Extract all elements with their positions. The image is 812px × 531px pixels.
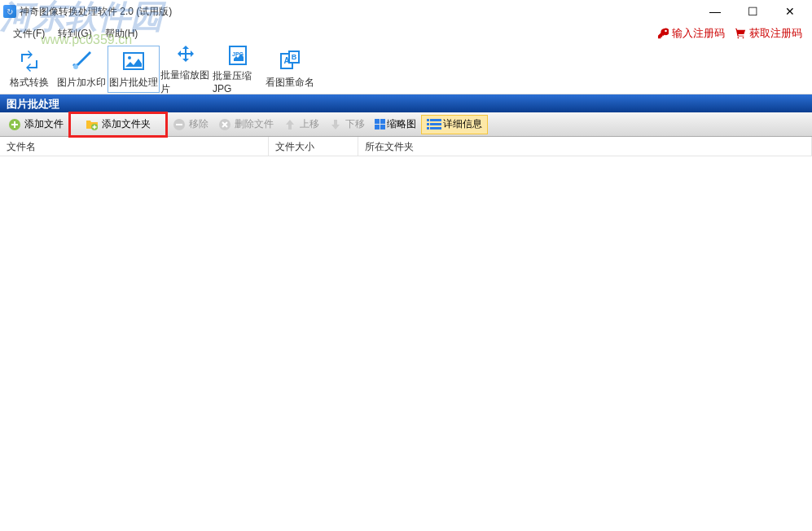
column-folder[interactable]: 所在文件夹: [358, 137, 812, 156]
get-reg-code-link[interactable]: 获取注册码: [735, 26, 802, 41]
delete-file-button[interactable]: 删除文件: [213, 115, 279, 134]
column-filesize[interactable]: 文件大小: [269, 137, 358, 156]
svg-point-2: [128, 56, 131, 59]
tool-view-rename[interactable]: AB 看图重命名: [264, 46, 316, 93]
rename-icon: AB: [277, 48, 303, 74]
cart-icon: [735, 28, 746, 39]
tool-label: 批量缩放图片: [160, 68, 211, 96]
close-button[interactable]: ✕: [771, 0, 809, 23]
move-up-label: 上移: [300, 117, 319, 131]
app-icon: [3, 5, 16, 18]
add-folder-button[interactable]: 添加文件夹: [68, 112, 168, 138]
tool-batch-compress-jpg[interactable]: JPG 批量压缩JPG: [212, 46, 264, 93]
tool-label: 图片加水印: [57, 76, 106, 90]
add-file-icon: [8, 118, 21, 131]
tool-format-convert[interactable]: 格式转换: [3, 46, 55, 93]
add-file-button[interactable]: 添加文件: [3, 115, 68, 134]
grid-icon: [375, 119, 385, 129]
jpg-icon: JPG: [225, 43, 251, 68]
resize-icon: [173, 42, 199, 67]
file-list[interactable]: [0, 156, 812, 531]
add-folder-label: 添加文件夹: [102, 117, 151, 131]
section-title: 图片批处理: [0, 94, 812, 112]
convert-icon: [16, 48, 42, 74]
thumbnail-view-label: 缩略图: [387, 117, 416, 131]
enter-reg-code-label: 输入注册码: [672, 26, 725, 41]
tool-batch-resize[interactable]: 批量缩放图片: [160, 46, 212, 93]
add-file-label: 添加文件: [24, 117, 64, 131]
column-filename[interactable]: 文件名: [0, 137, 269, 156]
delete-icon: [218, 118, 231, 131]
image-icon: [121, 48, 147, 74]
remove-label: 移除: [189, 117, 208, 131]
tool-batch-process[interactable]: 图片批处理: [108, 46, 160, 93]
enter-reg-code-link[interactable]: 输入注册码: [657, 26, 725, 41]
list-icon: [427, 119, 441, 129]
minimize-button[interactable]: —: [696, 0, 734, 23]
tool-watermark[interactable]: 图片加水印: [55, 46, 108, 93]
svg-text:B: B: [292, 53, 297, 61]
tool-label: 看图重命名: [266, 76, 314, 90]
list-header: 文件名 文件大小 所在文件夹: [0, 137, 812, 156]
arrow-down-icon: [329, 118, 342, 131]
tool-label: 图片批处理: [109, 76, 158, 90]
arrow-up-icon: [283, 118, 296, 131]
add-folder-icon: [86, 118, 99, 131]
move-up-button[interactable]: 上移: [279, 115, 324, 134]
menu-goto[interactable]: 转到(G): [51, 25, 98, 42]
detail-view-label: 详细信息: [443, 117, 482, 131]
maximize-button[interactable]: ☐: [734, 0, 771, 23]
key-icon: [657, 28, 669, 39]
remove-icon: [173, 118, 186, 131]
get-reg-code-label: 获取注册码: [749, 26, 802, 41]
detail-view-button[interactable]: 详细信息: [421, 115, 488, 134]
thumbnail-view-button[interactable]: 缩略图: [370, 115, 421, 134]
menu-help[interactable]: 帮助(H): [99, 25, 145, 42]
menubar: 文件(F) 转到(G) 帮助(H) 输入注册码 获取注册码: [0, 23, 812, 44]
titlebar: 神奇图像转换处理软件 2.0 (试用版) — ☐ ✕: [0, 0, 812, 23]
move-down-label: 下移: [345, 117, 365, 131]
tool-label: 格式转换: [10, 76, 49, 90]
move-down-button[interactable]: 下移: [324, 115, 370, 134]
delete-file-label: 删除文件: [235, 117, 274, 131]
app-title: 神奇图像转换处理软件 2.0 (试用版): [20, 5, 172, 19]
brush-icon: [68, 48, 94, 74]
menu-file[interactable]: 文件(F): [7, 25, 51, 42]
main-toolbar: 格式转换 图片加水印 图片批处理 批量缩放图片 JPG 批量压缩JPG AB 看…: [0, 44, 812, 94]
svg-point-0: [73, 64, 78, 69]
tool-label: 批量压缩JPG: [213, 69, 263, 94]
action-bar: 添加文件 添加文件夹 移除 删除文件 上移 下移 缩略图 详细信息: [0, 112, 812, 137]
remove-button[interactable]: 移除: [168, 115, 213, 134]
